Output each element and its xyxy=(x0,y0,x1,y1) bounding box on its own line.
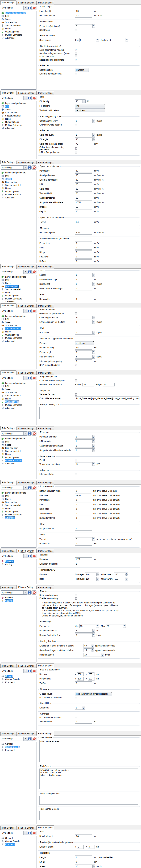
sidebar-item-layers-and-perimeters[interactable]: Layers and perimeters xyxy=(1,315,36,318)
sidebar-item-multiple-extruders[interactable]: Multiple Extruders xyxy=(1,33,36,36)
length-field[interactable] xyxy=(75,856,92,859)
only-retract-when-crossing-perimeters-checkbox[interactable]: ✓ xyxy=(75,147,77,150)
tab-print-settings[interactable]: Print Settings xyxy=(0,91,16,95)
tab-filament-settings[interactable]: Filament Settings xyxy=(17,265,36,269)
save-preset-button[interactable] xyxy=(27,309,32,313)
pattern-spacing-field[interactable] xyxy=(75,346,92,350)
tab-print-settings[interactable]: Print Settings xyxy=(0,160,16,164)
distance-from-object-field[interactable] xyxy=(75,278,92,281)
delete-preset-button[interactable] xyxy=(32,831,36,835)
top-solid-infill-field[interactable] xyxy=(75,512,91,516)
spin-down-button[interactable] xyxy=(92,631,95,633)
tab-print-settings[interactable]: Print Settings xyxy=(0,370,16,375)
default-field[interactable] xyxy=(75,259,92,263)
sidebar-item-advanced[interactable]: Advanced xyxy=(1,300,36,302)
fill-density-combo[interactable] xyxy=(75,99,86,103)
save-preset-button[interactable] xyxy=(27,431,32,436)
tab-printer-settings[interactable]: Printer Settings xyxy=(36,371,54,375)
skirt-height-field[interactable] xyxy=(75,282,92,286)
bridge-field[interactable] xyxy=(75,250,92,254)
infill-before-perimeters-checkbox[interactable] xyxy=(75,151,77,153)
sidebar-item-output-options[interactable]: Output options xyxy=(1,400,36,403)
sidebar-item-speed[interactable]: Speed xyxy=(1,443,36,446)
chevron-down-icon[interactable] xyxy=(23,309,27,313)
chevron-down-icon[interactable] xyxy=(23,554,27,558)
sidebar-item-advanced[interactable]: Advanced xyxy=(1,462,36,465)
enforce-support-for-the-first-field[interactable] xyxy=(75,320,92,324)
preset-select-input[interactable] xyxy=(1,554,23,558)
first-layer-speed-field[interactable] xyxy=(75,231,92,235)
save-preset-button[interactable] xyxy=(27,270,32,274)
perimeters-minimum-field[interactable] xyxy=(75,24,92,28)
tab-filament-settings[interactable]: Filament Settings xyxy=(17,732,36,736)
save-preset-button[interactable] xyxy=(27,376,32,380)
delete-preset-button[interactable] xyxy=(32,486,36,490)
sidebar-item-advanced[interactable]: Advanced xyxy=(1,196,36,199)
sidebar-item-speed[interactable]: Speed xyxy=(1,321,36,324)
save-preset-button[interactable] xyxy=(27,6,32,10)
slow-down-if-layer-print-time-is-below-field[interactable] xyxy=(84,648,91,652)
infill-field[interactable] xyxy=(75,182,92,186)
enable-checkbox[interactable] xyxy=(75,459,77,461)
preset-select[interactable] xyxy=(1,486,27,490)
spin-down-button[interactable] xyxy=(96,579,99,581)
raft-layers-field[interactable] xyxy=(75,331,92,335)
sidebar-item-multiple-extruders[interactable]: Multiple Extruders xyxy=(1,124,36,127)
sidebar-item-advanced[interactable]: Advanced xyxy=(1,340,36,343)
sidebar-item-advanced[interactable]: Advanced xyxy=(1,36,36,39)
save-preset-button[interactable] xyxy=(27,165,32,169)
spin-down-button[interactable] xyxy=(92,275,95,277)
sidebar-item-notes[interactable]: Notes xyxy=(1,507,36,510)
save-preset-button[interactable] xyxy=(27,669,32,673)
combine-infill-every-field[interactable] xyxy=(75,119,92,123)
spin-down-button[interactable] xyxy=(92,437,95,439)
perimeters-field[interactable] xyxy=(75,241,92,245)
sidebar-item-skirt-and-brim[interactable]: Skirt and brim xyxy=(1,324,36,327)
spin-down-button[interactable] xyxy=(92,866,95,868)
chevron-down-icon[interactable] xyxy=(23,669,27,673)
spin-down-button[interactable] xyxy=(91,646,94,648)
save-preset-button[interactable] xyxy=(27,737,32,741)
extruder-offset-x-field[interactable] xyxy=(77,845,84,849)
use-relative-e-distances-checkbox[interactable] xyxy=(75,696,77,699)
support-material-field[interactable] xyxy=(75,516,91,520)
sidebar-item-skirt-and-brim[interactable]: Skirt and brim xyxy=(1,111,36,114)
output-filename-format-field[interactable] xyxy=(75,397,139,400)
external-perimeters-first-checkbox[interactable] xyxy=(75,73,77,75)
default-extrusion-width-field[interactable] xyxy=(75,489,91,493)
spin-down-button[interactable] xyxy=(92,333,95,335)
delete-preset-button[interactable] xyxy=(32,270,36,274)
sidebar-item-skirt-and-brim[interactable]: Skirt and brim xyxy=(1,501,36,504)
top-solid-infill-field[interactable] xyxy=(75,191,92,195)
sidebar-item-infill[interactable]: Infill xyxy=(1,440,36,443)
spin-down-button[interactable] xyxy=(92,135,95,137)
tab-filament-settings[interactable]: Filament Settings xyxy=(17,549,36,553)
tab-printer-settings[interactable]: Printer Settings xyxy=(36,663,54,668)
loops-field[interactable] xyxy=(75,273,92,277)
first-layer-field[interactable] xyxy=(75,494,91,497)
sidebar-item-infill[interactable]: Infill xyxy=(1,14,36,18)
tab-filament-settings[interactable]: Filament Settings xyxy=(17,826,36,830)
sidebar-item-advanced[interactable]: Advanced xyxy=(1,516,36,519)
tab-filament-settings[interactable]: Filament Settings xyxy=(17,664,36,668)
fill-density-combo-input[interactable] xyxy=(75,100,82,103)
interface-layers-field[interactable] xyxy=(75,355,92,359)
sidebar-item-custom-g-code[interactable]: Custom G-code xyxy=(1,745,36,749)
preset-select[interactable] xyxy=(1,590,27,595)
spin-down-button[interactable] xyxy=(92,635,95,637)
keep-fan-always-on-checkbox[interactable] xyxy=(75,594,77,596)
tab-printer-settings[interactable]: Printer Settings xyxy=(36,91,54,95)
interface-shells-checkbox[interactable] xyxy=(75,473,77,475)
nozzle-diameter-field[interactable] xyxy=(75,834,92,838)
sidebar-item-infill[interactable]: Infill xyxy=(1,174,36,178)
sidebar-item-notes[interactable]: Notes xyxy=(1,397,36,400)
sidebar-item-extruder-1[interactable]: Extruder 1 xyxy=(1,681,36,684)
sidebar-item-custom-g-code[interactable]: Custom G-code xyxy=(1,840,36,843)
sidebar-item-layers-and-perimeters[interactable]: Layers and perimeters xyxy=(1,491,36,494)
spin-down-button[interactable] xyxy=(92,317,95,319)
spin-down-button[interactable] xyxy=(92,352,95,354)
tab-print-settings[interactable]: Print Settings xyxy=(0,826,16,830)
sidebar-item-output-options[interactable]: Output options xyxy=(1,30,36,33)
sidebar-item-skirt-and-brim[interactable]: Skirt and brim xyxy=(1,21,36,24)
preset-select-input[interactable] xyxy=(1,831,23,835)
